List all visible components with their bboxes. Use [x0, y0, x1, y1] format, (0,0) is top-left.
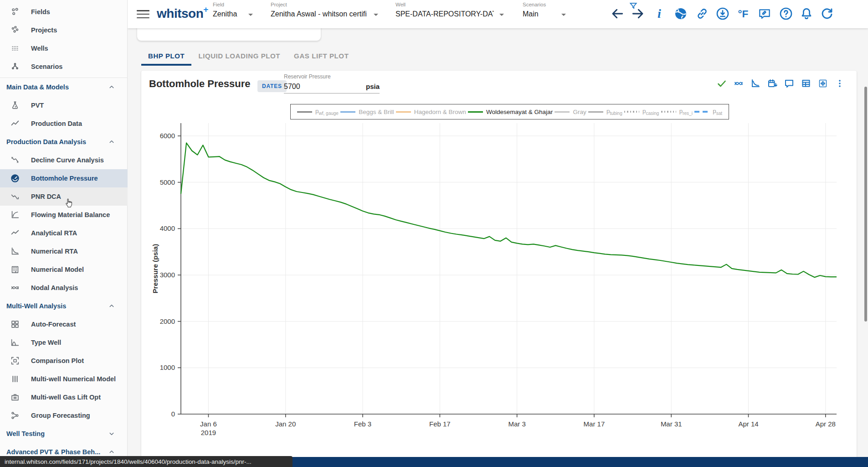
sidebar-label: Production Data Analysis [6, 138, 86, 145]
sidebar-section-well-testing[interactable]: Well Testing [0, 425, 128, 443]
refresh-icon[interactable] [820, 6, 834, 21]
projects-icon [10, 25, 20, 35]
sidebar-item-comparison-plot[interactable]: Comparison Plot [0, 352, 128, 370]
legend-item-ptubing[interactable]: ptubing [588, 108, 622, 116]
sidebar-item-multi-well-gas-lift-opt[interactable]: Multi-well Gas Lift Opt [0, 388, 128, 406]
pnr-icon [10, 192, 20, 202]
bhp-plot-card: Bottomhole Pressure DATES Reservoir Pres… [141, 71, 857, 458]
scenarios-selector[interactable]: ScenariosMain [523, 2, 566, 18]
tab-liquid-loading-plot[interactable]: LIQUID LOADING PLOT [191, 46, 287, 66]
sidebar-section-multi-well-analysis[interactable]: Multi-Well Analysis [0, 297, 128, 315]
svg-text:Jan 6: Jan 6 [200, 420, 217, 428]
sidebar-item-scenarios[interactable]: Scenarios [0, 57, 128, 76]
status-url-tooltip: internal.whitson.com/fields/171/projects… [0, 456, 293, 467]
sidebar-section-production-data-analysis[interactable]: Production Data Analysis [0, 133, 128, 151]
sidebar-label: Bottomhole Pressure [31, 175, 98, 182]
field-selector[interactable]: FieldZenitha [213, 2, 253, 18]
sidebar-item-auto-forecast[interactable]: Auto-Forecast [0, 315, 128, 333]
dropdown-caret-icon [248, 14, 253, 16]
sidebar-item-projects[interactable]: Projects [0, 21, 128, 39]
sidebar-label: Group Forecasting [31, 412, 90, 419]
sidebar-item-nodal-analysis[interactable]: Nodal Analysis [0, 279, 128, 297]
sidebar-label: Production Data [31, 120, 82, 127]
sidebar-label: Flowing Material Balance [31, 211, 110, 218]
legend-line-sample [297, 111, 312, 113]
sidebar-label: Numerical Model [31, 266, 84, 273]
well-selector[interactable]: WellSPE-DATA-REPOSITORY-DATAS [395, 2, 504, 18]
sidebar-item-pnr-dca[interactable]: PNR DCA [0, 187, 128, 206]
main-content: BHP PLOTLIQUID LOADING PLOTGAS LIFT PLOT… [128, 28, 868, 457]
legend-item-psat[interactable]: psat [694, 108, 722, 116]
caselift-icon [10, 392, 20, 402]
dropdown-caret-icon [374, 14, 378, 16]
dropdown-caret-icon [561, 14, 566, 16]
page-scrollbar[interactable] [864, 87, 867, 322]
legend-item-pres-i[interactable]: pres_i [661, 108, 693, 116]
sidebar-item-numerical-rta[interactable]: Numerical RTA [0, 242, 128, 260]
sidebar-item-type-well[interactable]: Type Well [0, 333, 128, 352]
legend-line-sample [555, 111, 570, 113]
rta-icon [10, 228, 20, 238]
grid4-icon [10, 319, 20, 329]
bars-icon [10, 374, 20, 384]
chevron-up-icon [108, 302, 116, 310]
selector-label: Field [213, 2, 253, 7]
sidebar-item-production-data[interactable]: Production Data [0, 114, 128, 133]
sidebar-item-analytical-rta[interactable]: Analytical RTA [0, 224, 128, 242]
sidebar-item-flowing-material-balance[interactable]: Flowing Material Balance [0, 206, 128, 224]
legend-item-hagedorn-brown[interactable]: Hagedorn & Brown [396, 109, 466, 115]
network-icon [10, 410, 20, 420]
project-selector[interactable]: ProjectZenitha Aswal - whitson certifi [271, 2, 378, 18]
svg-text:Feb 3: Feb 3 [354, 420, 371, 428]
sidebar-item-multi-well-numerical-model[interactable]: Multi-well Numerical Model [0, 370, 128, 388]
legend-item-pwf-gauge[interactable]: pwf, gauge [297, 108, 339, 116]
bell-icon[interactable] [799, 6, 814, 21]
app-logo[interactable]: whitson+ [157, 5, 208, 21]
legend-item-woldesemayat-ghajar[interactable]: Woldesemayat & Ghajar [468, 109, 553, 115]
link-icon[interactable] [695, 6, 709, 21]
sidebar-item-decline-curve-analysis[interactable]: Decline Curve Analysis [0, 151, 128, 169]
flask-icon [10, 100, 20, 110]
help-icon[interactable] [779, 6, 793, 21]
legend-line-sample [396, 111, 411, 113]
sidebar-item-bottomhole-pressure[interactable]: Bottomhole Pressure [0, 169, 128, 187]
sidebar-item-fields[interactable]: Fields [0, 3, 128, 21]
download-icon[interactable] [715, 6, 730, 21]
svg-text:Pressure (psia): Pressure (psia) [151, 244, 159, 293]
sidebar-label: Projects [31, 26, 57, 34]
legend-line-sample [340, 111, 355, 113]
arrow-left-icon[interactable] [610, 6, 625, 21]
sidebar-item-numerical-model[interactable]: Numerical Model [0, 260, 128, 279]
arrow-right-icon[interactable] [631, 6, 645, 21]
svg-text:Mar 3: Mar 3 [508, 420, 525, 428]
sidebar-label: Decline Curve Analysis [31, 156, 104, 164]
sidebar-label: Advanced PVT & Phase Beh... [6, 448, 100, 456]
legend-item-beggs-brill[interactable]: Beggs & Brill [340, 109, 394, 115]
legend-item-gray[interactable]: Gray [555, 109, 586, 115]
sidebar-item-wells[interactable]: Wells [0, 39, 128, 57]
degF-icon[interactable]: °F [736, 6, 750, 21]
sidebar: FieldsProjectsWellsScenariosMain Data & … [0, 0, 128, 457]
selector-value: Main [523, 10, 556, 18]
svg-text:4000: 4000 [160, 224, 175, 232]
bhp-chart[interactable]: 0100020003000400050006000Jan 62019Jan 20… [141, 71, 857, 458]
legend-item-pcasing[interactable]: pcasing [624, 108, 659, 116]
svg-text:Mar 17: Mar 17 [584, 420, 605, 428]
gauge-icon [10, 173, 20, 183]
feedback-icon[interactable] [757, 6, 772, 21]
sidebar-item-group-forecasting[interactable]: Group Forecasting [0, 406, 128, 425]
tab-gas-lift-plot[interactable]: GAS LIFT PLOT [287, 46, 355, 66]
legend-label: pwf, gauge [315, 108, 339, 116]
info-icon[interactable]: i [652, 6, 667, 21]
hamburger-menu-icon[interactable] [137, 10, 149, 19]
legend-line-sample [694, 111, 709, 113]
sidebar-item-pvt[interactable]: PVT [0, 96, 128, 114]
tab-bhp-plot[interactable]: BHP PLOT [141, 46, 191, 66]
svg-text:3000: 3000 [160, 271, 175, 279]
sidebar-section-main-data-models[interactable]: Main Data & Models [0, 78, 128, 96]
bellcurve-icon [10, 337, 20, 348]
selector-value: Zenitha Aswal - whitson certifi [271, 10, 368, 18]
globe-icon[interactable] [673, 6, 688, 21]
sidebar-label: Auto-Forecast [31, 321, 76, 328]
fmb-icon [10, 210, 20, 220]
